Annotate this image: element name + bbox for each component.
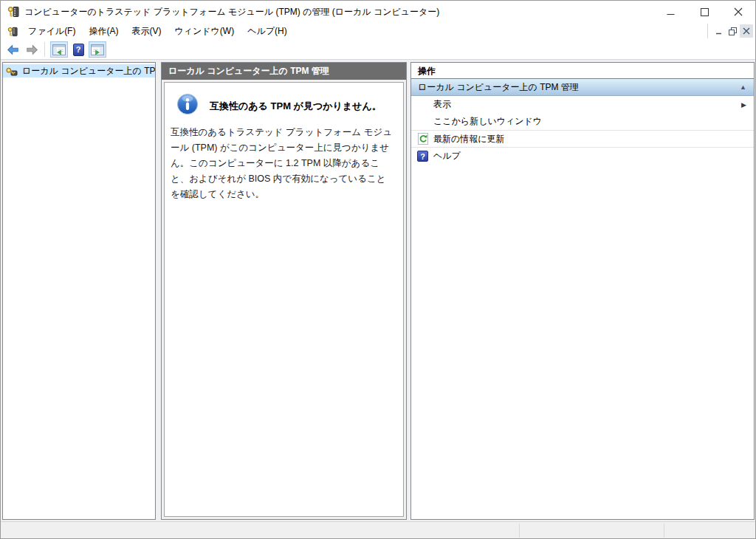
status-bar [1,521,755,539]
console-tree-icon [52,44,66,55]
action-item-new-window[interactable]: ここから新しいウィンドウ [411,113,754,130]
forward-arrow-icon [26,44,38,56]
actions-pane-title: 操作 [411,63,754,79]
mdi-minimize-button[interactable] [712,24,725,38]
caption-buttons [653,1,755,23]
mmc-window: コンピューターのトラステッド プラットフォーム モジュール (TPM) の管理 … [0,0,756,539]
action-item-label: 表示 [433,98,451,111]
toolbar-separator [44,42,45,57]
collapse-icon[interactable]: ▲ [740,83,746,91]
tpm-document-icon [7,27,18,37]
actions-pane: 操作 ローカル コンピューター上の TPM 管理 ▲ 表示 ▶ ここから新しいウ… [410,62,755,520]
tree-item-label: ローカル コンピューター上の TPM 管理 [22,65,155,78]
menu-view[interactable]: 表示(V) [125,23,168,40]
menu-bar: ファイル(F) 操作(A) 表示(V) ウィンドウ(W) ヘルプ(H) [1,23,755,40]
action-item-help[interactable]: ? ヘルプ [411,147,754,164]
back-arrow-icon [7,44,19,56]
close-button[interactable] [721,1,755,23]
mdi-close-button[interactable] [740,24,753,38]
result-pane-content: 互換性のある TPM が見つかりません。 互換性のあるトラステッド プラットフォ… [164,82,404,517]
result-pane-header: ローカル コンピューター上の TPM 管理 [162,63,406,80]
tpm-app-icon [7,6,19,18]
action-pane-icon [91,44,104,55]
status-bar-separator [519,523,520,538]
submenu-arrow-icon: ▶ [741,101,746,109]
info-icon [176,93,199,115]
help-icon: ? [73,44,84,56]
menu-help[interactable]: ヘルプ(H) [241,23,294,40]
tree-item-tpm-management[interactable]: ローカル コンピューター上の TPM 管理 [3,64,155,78]
action-item-view[interactable]: 表示 ▶ [411,96,754,113]
tpm-key-icon [6,65,18,77]
actions-section-label: ローカル コンピューター上の TPM 管理 [418,81,579,94]
minimize-button[interactable] [653,1,687,23]
action-item-label: 最新の情報に更新 [433,133,505,145]
back-button[interactable] [4,41,21,58]
status-bar-separator [664,523,664,538]
action-item-refresh[interactable]: 最新の情報に更新 [411,130,754,147]
actions-section-header[interactable]: ローカル コンピューター上の TPM 管理 ▲ [411,79,754,96]
menu-file[interactable]: ファイル(F) [21,23,82,40]
message-body: 互換性のあるトラステッド プラットフォーム モジュール (TPM) がこのコンピ… [171,125,392,202]
message-title: 互換性のある TPM が見つかりません。 [210,100,382,113]
console-tree-pane: ローカル コンピューター上の TPM 管理 [2,62,156,520]
action-item-label: ヘルプ [433,150,461,162]
show-hide-console-tree-button[interactable] [50,41,68,58]
show-hide-action-pane-button[interactable] [89,41,106,58]
refresh-icon [417,133,429,145]
forward-button[interactable] [23,41,41,58]
toolbar: ? [1,40,755,60]
mdi-restore-button[interactable] [726,24,739,38]
menu-window[interactable]: ウィンドウ(W) [168,23,241,40]
help-icon: ? [417,151,428,162]
mdi-window-controls [707,24,753,38]
help-toolbar-button[interactable]: ? [69,41,87,58]
menu-action[interactable]: 操作(A) [82,23,125,40]
maximize-button[interactable] [687,1,721,23]
title-bar: コンピューターのトラステッド プラットフォーム モジュール (TPM) の管理 … [1,1,755,23]
window-title: コンピューターのトラステッド プラットフォーム モジュール (TPM) の管理 … [24,6,439,18]
result-pane: ローカル コンピューター上の TPM 管理 [161,62,407,520]
action-item-label: ここから新しいウィンドウ [433,115,542,128]
